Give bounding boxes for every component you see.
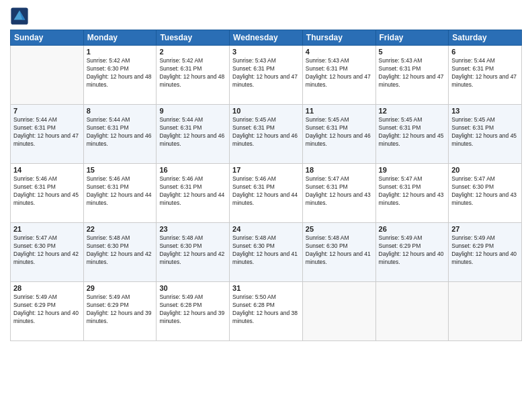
logo-icon <box>10 7 29 26</box>
daylight-text: Daylight: 12 hours and 46 minutes. <box>232 132 298 147</box>
day-number: 15 <box>87 166 154 174</box>
day-number: 19 <box>379 166 446 174</box>
day-info: Sunrise: 5:43 AM Sunset: 6:31 PM Dayligh… <box>306 57 373 89</box>
sunset-text: Sunset: 6:31 PM <box>13 124 56 131</box>
day-cell: 27 Sunrise: 5:49 AM Sunset: 6:29 PM Dayl… <box>449 223 522 282</box>
day-number: 27 <box>451 225 519 233</box>
sunset-text: Sunset: 6:30 PM <box>13 242 56 249</box>
day-info: Sunrise: 5:50 AM Sunset: 6:28 PM Dayligh… <box>232 293 300 326</box>
sunrise-text: Sunrise: 5:47 AM <box>13 234 57 241</box>
day-cell: 25 Sunrise: 5:48 AM Sunset: 6:30 PM Dayl… <box>302 223 375 282</box>
day-info: Sunrise: 5:42 AM Sunset: 6:31 PM Dayligh… <box>159 57 226 89</box>
daylight-text: Daylight: 12 hours and 46 minutes. <box>159 132 224 147</box>
daylight-text: Daylight: 12 hours and 39 minutes. <box>159 310 224 324</box>
sunset-text: Sunset: 6:31 PM <box>13 183 56 190</box>
sunset-text: Sunset: 6:31 PM <box>87 124 129 131</box>
sunrise-text: Sunrise: 5:46 AM <box>13 175 57 182</box>
day-cell: 22 Sunrise: 5:48 AM Sunset: 6:30 PM Dayl… <box>83 223 157 282</box>
sunrise-text: Sunrise: 5:50 AM <box>232 293 276 300</box>
daylight-text: Daylight: 12 hours and 48 minutes. <box>87 73 152 88</box>
sunset-text: Sunset: 6:31 PM <box>232 65 275 72</box>
day-cell: 19 Sunrise: 5:47 AM Sunset: 6:31 PM Dayl… <box>375 164 449 223</box>
day-number: 28 <box>13 284 81 292</box>
sunset-text: Sunset: 6:30 PM <box>232 242 275 249</box>
day-info: Sunrise: 5:45 AM Sunset: 6:31 PM Dayligh… <box>379 116 446 148</box>
sunset-text: Sunset: 6:31 PM <box>232 183 275 190</box>
sunset-text: Sunset: 6:29 PM <box>451 242 494 249</box>
calendar-body: 1 Sunrise: 5:42 AM Sunset: 6:30 PM Dayli… <box>11 46 522 341</box>
daylight-text: Daylight: 12 hours and 44 minutes. <box>159 191 224 206</box>
daylight-text: Daylight: 12 hours and 44 minutes. <box>232 191 298 206</box>
day-cell: 15 Sunrise: 5:46 AM Sunset: 6:31 PM Dayl… <box>83 164 157 223</box>
sunset-text: Sunset: 6:28 PM <box>232 302 275 308</box>
sunset-text: Sunset: 6:31 PM <box>306 65 348 72</box>
daylight-text: Daylight: 12 hours and 42 minutes. <box>87 250 152 265</box>
day-info: Sunrise: 5:45 AM Sunset: 6:31 PM Dayligh… <box>306 116 373 148</box>
day-cell: 6 Sunrise: 5:44 AM Sunset: 6:31 PM Dayli… <box>449 46 522 105</box>
sunrise-text: Sunrise: 5:45 AM <box>451 116 495 123</box>
sunset-text: Sunset: 6:29 PM <box>13 302 56 308</box>
calendar-table: SundayMondayTuesdayWednesdayThursdayFrid… <box>10 30 522 341</box>
day-info: Sunrise: 5:43 AM Sunset: 6:31 PM Dayligh… <box>379 57 446 89</box>
day-number: 24 <box>232 225 300 233</box>
day-number: 11 <box>306 107 373 115</box>
day-header-friday: Friday <box>375 30 449 46</box>
sunrise-text: Sunrise: 5:43 AM <box>379 57 423 64</box>
daylight-text: Daylight: 12 hours and 46 minutes. <box>306 132 371 147</box>
daylight-text: Daylight: 12 hours and 45 minutes. <box>451 132 517 147</box>
sunrise-text: Sunrise: 5:48 AM <box>306 234 349 241</box>
day-info: Sunrise: 5:46 AM Sunset: 6:31 PM Dayligh… <box>87 175 154 208</box>
day-info: Sunrise: 5:44 AM Sunset: 6:31 PM Dayligh… <box>451 57 519 89</box>
daylight-text: Daylight: 12 hours and 40 minutes. <box>379 250 444 265</box>
day-info: Sunrise: 5:49 AM Sunset: 6:29 PM Dayligh… <box>87 293 154 326</box>
sunrise-text: Sunrise: 5:47 AM <box>379 175 423 182</box>
day-cell: 5 Sunrise: 5:43 AM Sunset: 6:31 PM Dayli… <box>375 46 449 105</box>
day-cell: 20 Sunrise: 5:47 AM Sunset: 6:30 PM Dayl… <box>449 164 522 223</box>
daylight-text: Daylight: 12 hours and 40 minutes. <box>13 310 79 324</box>
day-cell: 7 Sunrise: 5:44 AM Sunset: 6:31 PM Dayli… <box>11 105 84 164</box>
day-number: 30 <box>159 284 226 292</box>
day-number: 8 <box>87 107 154 115</box>
day-cell: 9 Sunrise: 5:44 AM Sunset: 6:31 PM Dayli… <box>157 105 230 164</box>
sunrise-text: Sunrise: 5:47 AM <box>451 175 495 182</box>
sunset-text: Sunset: 6:31 PM <box>159 65 202 72</box>
sunset-text: Sunset: 6:30 PM <box>451 183 494 190</box>
calendar-week-row: 21 Sunrise: 5:47 AM Sunset: 6:30 PM Dayl… <box>11 223 522 282</box>
sunrise-text: Sunrise: 5:42 AM <box>159 57 203 64</box>
day-cell: 28 Sunrise: 5:49 AM Sunset: 6:29 PM Dayl… <box>11 282 84 341</box>
sunset-text: Sunset: 6:28 PM <box>159 302 202 308</box>
day-info: Sunrise: 5:45 AM Sunset: 6:31 PM Dayligh… <box>232 116 300 148</box>
sunset-text: Sunset: 6:31 PM <box>451 124 494 131</box>
sunrise-text: Sunrise: 5:48 AM <box>87 234 130 241</box>
sunset-text: Sunset: 6:31 PM <box>159 124 202 131</box>
day-cell: 10 Sunrise: 5:45 AM Sunset: 6:31 PM Dayl… <box>230 105 303 164</box>
calendar-week-row: 7 Sunrise: 5:44 AM Sunset: 6:31 PM Dayli… <box>11 105 522 164</box>
day-number: 5 <box>379 48 446 56</box>
sunset-text: Sunset: 6:30 PM <box>87 65 129 72</box>
day-cell: 8 Sunrise: 5:44 AM Sunset: 6:31 PM Dayli… <box>83 105 157 164</box>
day-cell: 13 Sunrise: 5:45 AM Sunset: 6:31 PM Dayl… <box>449 105 522 164</box>
day-cell: 31 Sunrise: 5:50 AM Sunset: 6:28 PM Dayl… <box>230 282 303 341</box>
day-number: 13 <box>451 107 519 115</box>
daylight-text: Daylight: 12 hours and 47 minutes. <box>451 73 517 88</box>
daylight-text: Daylight: 12 hours and 44 minutes. <box>87 191 152 206</box>
day-cell: 16 Sunrise: 5:46 AM Sunset: 6:31 PM Dayl… <box>157 164 230 223</box>
sunset-text: Sunset: 6:29 PM <box>379 242 421 249</box>
sunrise-text: Sunrise: 5:46 AM <box>159 175 203 182</box>
sunrise-text: Sunrise: 5:45 AM <box>306 116 349 123</box>
day-cell <box>449 282 522 341</box>
sunrise-text: Sunrise: 5:49 AM <box>379 234 423 241</box>
sunrise-text: Sunrise: 5:49 AM <box>159 293 203 300</box>
sunset-text: Sunset: 6:30 PM <box>87 242 129 249</box>
daylight-text: Daylight: 12 hours and 47 minutes. <box>306 73 371 88</box>
day-number: 10 <box>232 107 300 115</box>
day-header-wednesday: Wednesday <box>230 30 303 46</box>
daylight-text: Daylight: 12 hours and 41 minutes. <box>306 250 371 265</box>
day-number: 14 <box>13 166 81 174</box>
calendar-week-row: 14 Sunrise: 5:46 AM Sunset: 6:31 PM Dayl… <box>11 164 522 223</box>
day-info: Sunrise: 5:45 AM Sunset: 6:31 PM Dayligh… <box>451 116 519 148</box>
daylight-text: Daylight: 12 hours and 39 minutes. <box>87 310 152 324</box>
day-cell: 12 Sunrise: 5:45 AM Sunset: 6:31 PM Dayl… <box>375 105 449 164</box>
sunrise-text: Sunrise: 5:48 AM <box>232 234 276 241</box>
daylight-text: Daylight: 12 hours and 46 minutes. <box>87 132 152 147</box>
